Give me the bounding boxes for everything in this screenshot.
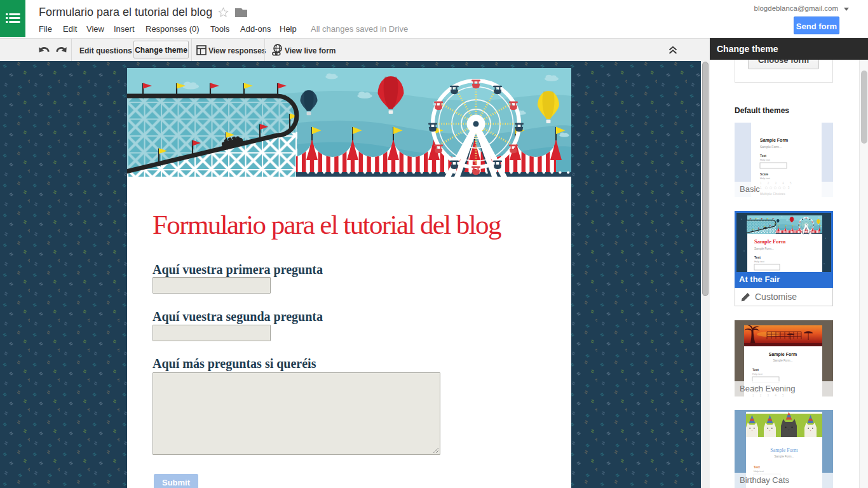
svg-text:Scale: Scale bbox=[760, 172, 768, 176]
svg-text:Text: Text bbox=[754, 255, 761, 259]
svg-text:Sample Form...: Sample Form... bbox=[775, 455, 794, 458]
svg-text:Sample Form: Sample Form bbox=[770, 447, 798, 453]
svg-text:Sample Form: Sample Form bbox=[754, 238, 785, 245]
svg-text:Sample Form...: Sample Form... bbox=[754, 247, 774, 250]
svg-text:Help text: Help text bbox=[760, 158, 771, 161]
svg-text:Text: Text bbox=[760, 154, 766, 158]
svg-text:Help text: Help text bbox=[754, 260, 765, 263]
svg-text:Text: Text bbox=[752, 368, 759, 372]
svg-text:Sample Form...: Sample Form... bbox=[773, 359, 793, 362]
svg-text:Sample Form: Sample Form bbox=[769, 352, 797, 357]
svg-text:Sample Form: Sample Form bbox=[760, 138, 788, 143]
svg-text:Help text: Help text bbox=[760, 177, 771, 180]
svg-text:Help text: Help text bbox=[752, 372, 763, 376]
svg-text:Text: Text bbox=[754, 465, 760, 469]
svg-text:Sample Form...: Sample Form... bbox=[760, 145, 782, 149]
